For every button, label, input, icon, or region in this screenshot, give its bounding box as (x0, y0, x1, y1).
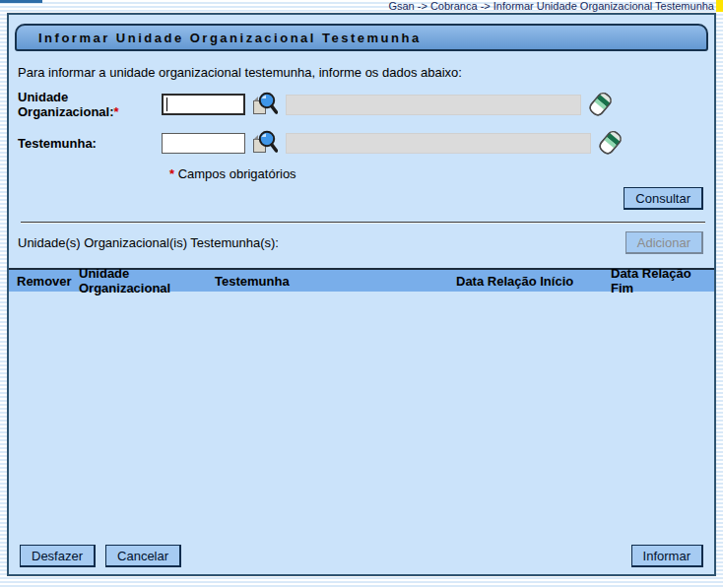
consultar-button[interactable]: Consultar (624, 187, 703, 210)
section-divider (21, 222, 705, 224)
top-strip: Gsan -> Cobranca -> Informar Unidade Org… (0, 0, 723, 13)
consultar-row: Consultar (9, 187, 703, 210)
search-icon (251, 129, 278, 158)
required-asterisk: * (114, 104, 119, 119)
column-header-remover: Remover (9, 274, 79, 289)
results-table-header: Remover Unidade Organizacional Testemunh… (9, 268, 714, 292)
testemunha-input[interactable] (162, 133, 245, 154)
text-caret (166, 98, 167, 111)
informar-button[interactable]: Informar (631, 545, 703, 567)
cancelar-button[interactable]: Cancelar (105, 545, 181, 567)
page-title-bar: Informar Unidade Organizacional Testemun… (15, 24, 708, 51)
empty-table-area (9, 292, 714, 545)
desfazer-button[interactable]: Desfazer (20, 545, 96, 567)
testemunha-description-field (286, 133, 591, 154)
list-section-header: Unidade(s) Organizacional(is) Testemunha… (18, 231, 703, 254)
testemunha-search-button[interactable] (251, 129, 278, 158)
testemunha-erase-button[interactable] (599, 128, 623, 158)
top-left-dash (0, 0, 42, 3)
unidade-organizacional-input[interactable] (162, 94, 245, 115)
main-panel: Informar Unidade Organizacional Testemun… (7, 13, 716, 576)
field-row-unidade-organizacional: Unidade Organizacional:* (18, 88, 714, 121)
column-header-testemunha: Testemunha (215, 274, 456, 289)
column-header-data-relacao-inicio: Data Relação Início (456, 274, 611, 289)
page-title: Informar Unidade Organizacional Testemun… (38, 31, 422, 45)
bottom-button-row: Desfazer Cancelar Informar (9, 545, 714, 574)
field-row-testemunha: Testemunha: (18, 127, 714, 159)
search-icon (251, 91, 278, 119)
adicionar-button[interactable]: Adicionar (625, 231, 703, 254)
unidade-organizacional-search-button[interactable] (251, 91, 278, 119)
list-section-label: Unidade(s) Organizacional(is) Testemunha… (18, 235, 279, 250)
eraser-icon (589, 90, 613, 119)
unidade-organizacional-label-text: Unidade Organizacional: (18, 90, 114, 119)
required-note-text: Campos obrigatórios (174, 166, 296, 181)
breadcrumb-highlight-strip (716, 0, 723, 12)
breadcrumb[interactable]: Gsan -> Cobranca -> Informar Unidade Org… (388, 0, 714, 12)
eraser-icon (599, 128, 623, 158)
required-fields-note: * Campos obrigatórios (169, 166, 714, 181)
unidade-organizacional-erase-button[interactable] (589, 90, 613, 119)
unidade-organizacional-label: Unidade Organizacional:* (18, 90, 162, 119)
unidade-organizacional-description-field (286, 95, 581, 115)
intro-text: Para informar a unidade organizacional t… (18, 65, 706, 80)
testemunha-label: Testemunha: (18, 136, 162, 151)
